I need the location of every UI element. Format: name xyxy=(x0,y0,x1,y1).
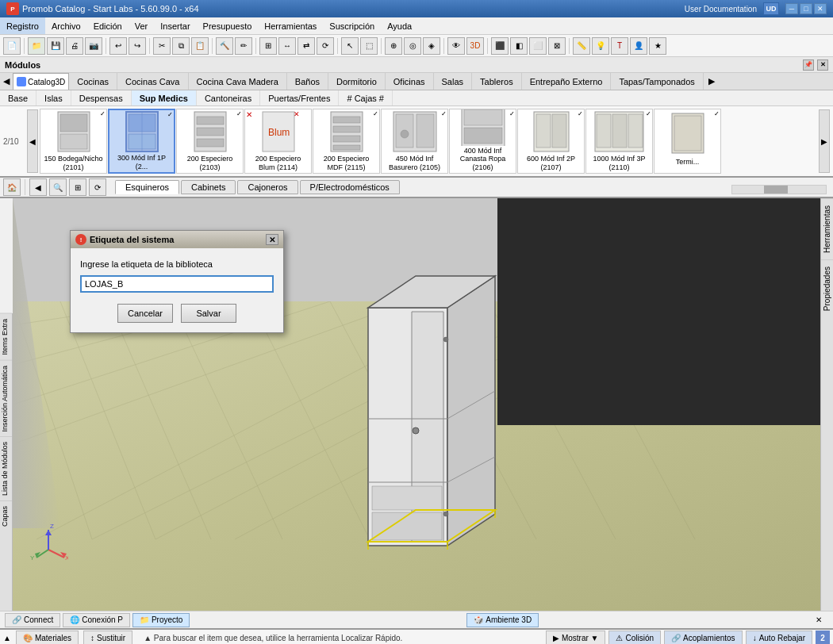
horizontal-scrollbar[interactable] xyxy=(731,185,827,194)
minimize-button[interactable]: ─ xyxy=(785,3,798,14)
user-doc-badge[interactable]: UD xyxy=(763,2,779,15)
menu-suscripcion[interactable]: Suscripción xyxy=(323,17,381,34)
tb2-icon1[interactable]: 🏠 xyxy=(3,178,21,196)
toolbar-cursor[interactable]: ↖ xyxy=(341,37,359,55)
dialog-close-button[interactable]: ✕ xyxy=(266,234,278,245)
status-ambiente3d[interactable]: 🎲 Ambiente 3D xyxy=(466,613,539,627)
cat-tab-salas[interactable]: Salas xyxy=(434,73,473,90)
close-button[interactable]: ✕ xyxy=(814,3,827,14)
sub-tab-cantoneiras[interactable]: Cantoneiras xyxy=(197,90,260,105)
bottom-acoplamientos[interactable]: 🔗 Acoplamientos xyxy=(664,631,743,644)
modules-pin[interactable]: 📌 xyxy=(803,59,814,71)
cat-tab-oficinas[interactable]: Oficinas xyxy=(386,73,434,90)
cat-tab-tapas[interactable]: Tapas/Tamponados xyxy=(611,73,703,90)
toolbar-new[interactable]: 📄 xyxy=(3,37,21,55)
module-item-1[interactable]: ✓ 300 Mód Inf 1P (2... xyxy=(108,109,175,174)
statusbar-close[interactable]: ✕ xyxy=(816,615,828,624)
toolbar-star[interactable]: ★ xyxy=(649,37,666,55)
toolbar-tool3[interactable]: ◈ xyxy=(423,37,440,55)
toolbar-rotate[interactable]: ⟳ xyxy=(317,37,334,55)
left-tab-capas[interactable]: Capas xyxy=(0,500,12,531)
toolbar-copy[interactable]: ⧉ xyxy=(172,37,190,55)
cat-tab-dormitorio[interactable]: Dormitorio xyxy=(328,73,386,90)
toolbar-tex[interactable]: T xyxy=(611,37,628,55)
bottom-materiales[interactable]: 🎨 Materiales xyxy=(16,631,79,644)
toolbar-save[interactable]: 💾 xyxy=(47,37,64,55)
toolbar-cut[interactable]: ✂ xyxy=(153,37,171,55)
toolbar-hammer[interactable]: 🔨 xyxy=(216,37,233,55)
toolbar-arrows[interactable]: ↔ xyxy=(278,37,296,55)
nav-prev[interactable]: ◀ xyxy=(27,109,38,173)
menu-ver[interactable]: Ver xyxy=(129,17,155,34)
sub-tab-despensas[interactable]: Despensas xyxy=(71,90,132,105)
toolbar-resize[interactable]: ⊞ xyxy=(259,37,277,55)
tb2-search[interactable]: 🔍 xyxy=(49,178,67,196)
toolbar-tool1[interactable]: ⊕ xyxy=(385,37,402,55)
bottom-sustituir[interactable]: ↕ Sustituir xyxy=(83,631,132,644)
nav-next[interactable]: ▶ xyxy=(819,109,830,173)
bottom-mostrar[interactable]: ▶ Mostrar ▼ xyxy=(546,631,606,644)
cat-tab-cocinas-cava[interactable]: Cocinas Cava xyxy=(117,73,188,90)
tb2-tab-pelectro[interactable]: P/Electrodomésticos xyxy=(300,180,400,194)
module-item-2[interactable]: ✓ 200 Especiero (2103) xyxy=(176,109,244,174)
toolbar-tool2[interactable]: ◎ xyxy=(404,37,421,55)
cat-tab-catalog3d[interactable]: Catalog3D xyxy=(13,73,69,90)
cat-tab-cocinas[interactable]: Cocinas xyxy=(69,73,117,90)
toolbar-redo[interactable]: ↪ xyxy=(129,37,146,55)
left-tab-insercion[interactable]: Inserción Automática xyxy=(0,360,12,437)
cat-tab-more[interactable]: ▶ xyxy=(704,73,720,90)
tb2-tab-cajoneros[interactable]: Cajoneros xyxy=(237,180,298,194)
toolbar-open[interactable]: 📁 xyxy=(28,37,45,55)
module-item-0[interactable]: ✓ 150 Bodega/Nicho (2101) xyxy=(40,109,107,174)
menu-edicion[interactable]: Edición xyxy=(87,17,129,34)
toolbar-eye[interactable]: 👁 xyxy=(447,37,465,55)
module-item-5[interactable]: ✓ 450 Mód Inf Basurero (2105) xyxy=(381,109,448,174)
toolbar-person[interactable]: 👤 xyxy=(630,37,647,55)
menu-insertar[interactable]: Insertar xyxy=(154,17,196,34)
sub-tab-islas[interactable]: Islas xyxy=(36,90,71,105)
cat-tab-entrepano[interactable]: Entrepaño Externo xyxy=(522,73,612,90)
nav-back[interactable]: ◀ xyxy=(0,73,13,90)
sub-tab-puertas[interactable]: Puertas/Frentes xyxy=(260,90,339,105)
right-tab-herramientas[interactable]: Herramientas xyxy=(821,198,833,259)
cat-tab-tableros[interactable]: Tableros xyxy=(472,73,522,90)
toolbar-view3[interactable]: ⬜ xyxy=(529,37,547,55)
cat-tab-banos[interactable]: Baños xyxy=(287,73,328,90)
left-tab-lista-modulos[interactable]: Lista de Módulos xyxy=(0,436,12,500)
module-item-4[interactable]: ✓ 200 Especiero MDF (2115) xyxy=(313,109,380,174)
menu-ayuda[interactable]: Ayuda xyxy=(381,17,418,34)
tb2-tab-esquineros[interactable]: Esquineros xyxy=(115,180,179,194)
sub-tab-base[interactable]: Base xyxy=(0,90,36,105)
tb2-back[interactable]: ◀ xyxy=(29,178,47,196)
toolbar-pencil[interactable]: ✏ xyxy=(235,37,252,55)
sub-tab-sup-medics[interactable]: Sup Medics xyxy=(132,90,197,105)
dialog-input[interactable] xyxy=(80,275,274,293)
sub-tab-cajas[interactable]: # Cajas # xyxy=(339,90,392,105)
tb2-grid[interactable]: ⊞ xyxy=(69,178,86,196)
menu-presupuesto[interactable]: Presupuesto xyxy=(197,17,259,34)
dialog-cancel-button[interactable]: Cancelar xyxy=(117,304,173,323)
toolbar-view1[interactable]: ⬛ xyxy=(491,37,509,55)
module-item-8[interactable]: ✓ 1000 Mód Inf 3P (2110) xyxy=(585,109,653,174)
status-connect[interactable]: 🔗 Connect xyxy=(5,613,60,627)
toolbar-select[interactable]: ⬚ xyxy=(360,37,378,55)
left-tab-items-extra[interactable]: Items Extra xyxy=(0,313,12,360)
module-item-3[interactable]: ✕ ✕ Blum 200 Especiero Blum (2114) xyxy=(244,109,312,174)
toolbar-paste[interactable]: 📋 xyxy=(191,37,209,55)
status-conexion[interactable]: 🌐 Conexión P xyxy=(63,613,130,627)
toolbar-cam[interactable]: 📷 xyxy=(85,37,102,55)
module-item-9[interactable]: ✓ Termi... xyxy=(654,109,721,174)
tb2-tab-cabinets[interactable]: Cabinets xyxy=(181,180,236,194)
right-tab-propiedades[interactable]: Propiedades xyxy=(821,259,833,317)
maximize-button[interactable]: □ xyxy=(800,3,812,14)
cat-tab-cocina-cava-madera[interactable]: Cocina Cava Madera xyxy=(189,73,287,90)
toolbar-undo[interactable]: ↩ xyxy=(109,37,127,55)
menu-herramientas[interactable]: Herramientas xyxy=(258,17,323,34)
bottom-colision[interactable]: ⚠ Colisión xyxy=(608,631,661,644)
menu-registro[interactable]: Registro xyxy=(0,17,45,34)
toolbar-light[interactable]: 💡 xyxy=(592,37,609,55)
menu-archivo[interactable]: Archivo xyxy=(45,17,87,34)
toolbar-print[interactable]: 🖨 xyxy=(66,37,83,55)
dialog-save-button[interactable]: Salvar xyxy=(181,304,236,323)
module-item-7[interactable]: ✓ 600 Mód Inf 2P (2107) xyxy=(517,109,585,174)
